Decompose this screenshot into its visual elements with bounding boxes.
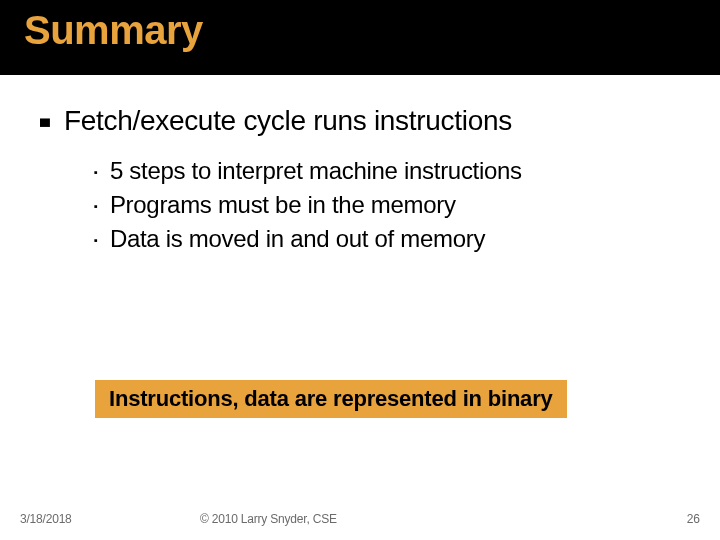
slide-footer: 3/18/2018 © 2010 Larry Snyder, CSE 26: [0, 512, 720, 526]
footer-date: 3/18/2018: [20, 512, 72, 526]
slide-title: Summary: [24, 8, 720, 53]
footer-copyright: © 2010 Larry Snyder, CSE: [200, 512, 337, 526]
sub-bullet-text: 5 steps to interpret machine instruction…: [110, 157, 522, 185]
title-bar: Summary: [0, 0, 720, 75]
callout-box: Instructions, data are represented in bi…: [95, 380, 567, 418]
sub-bullet-marker-icon: ▪: [94, 191, 98, 221]
main-bullet-text: Fetch/execute cycle runs instructions: [64, 105, 512, 137]
sub-bullet-text: Data is moved in and out of memory: [110, 225, 485, 253]
footer-page-number: 26: [687, 512, 700, 526]
sub-bullet: ▪ Programs must be in the memory: [94, 191, 690, 221]
sub-bullet: ▪ Data is moved in and out of memory: [94, 225, 690, 255]
sub-bullet: ▪ 5 steps to interpret machine instructi…: [94, 157, 690, 187]
sub-bullet-text: Programs must be in the memory: [110, 191, 456, 219]
bullet-marker-icon: ▀: [40, 109, 50, 143]
sub-bullet-marker-icon: ▪: [94, 157, 98, 187]
slide-content: ▀ Fetch/execute cycle runs instructions …: [0, 75, 720, 255]
sub-bullet-marker-icon: ▪: [94, 225, 98, 255]
main-bullet: ▀ Fetch/execute cycle runs instructions: [40, 105, 690, 143]
sub-bullet-list: ▪ 5 steps to interpret machine instructi…: [94, 157, 690, 255]
